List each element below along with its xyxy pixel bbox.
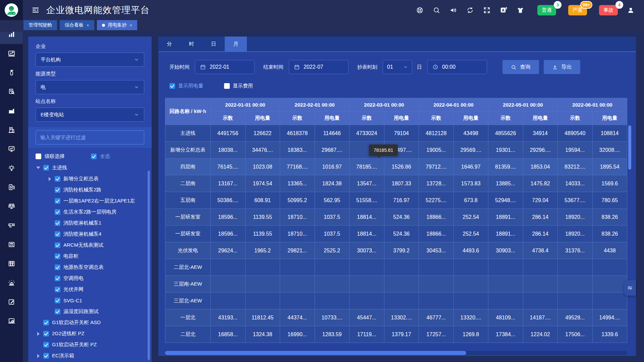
tree-scrollbar[interactable] [148,171,150,360]
tree-item[interactable]: 光伏并网 [36,284,144,295]
nav-tab-2[interactable]: 综合看板× [60,20,94,30]
tree-item[interactable]: 消防喷淋机械泵1 [36,218,144,229]
tree-item[interactable]: SVG-C1 [36,295,144,306]
table-row[interactable]: 五层南50386....608.9150995.2562.9551558....… [165,192,627,209]
refresh-icon[interactable] [466,6,474,14]
tree-checkbox[interactable] [55,298,60,303]
tree-item[interactable]: 空调用电 [36,273,144,284]
translate-icon[interactable] [500,6,507,14]
tree-item[interactable]: EC演示箱 [36,350,144,361]
alarm-badge-2[interactable]: 严重99+ [568,5,587,15]
table-row[interactable]: 一层研发室18596...1139.5518710...1037.518814.… [165,209,627,226]
sidebar-item-alarm-siren[interactable] [0,273,23,292]
display-checkbox-2[interactable] [224,83,230,89]
tree-item[interactable]: 消防喷淋机械泵4 [36,229,144,240]
tree-item[interactable]: 主进线 [36,162,144,173]
period-tab-时[interactable]: 时 [180,37,203,51]
table-row[interactable]: 二层南13167...1974.5413365...1824.3813547..… [165,175,627,192]
tree-checkbox[interactable] [43,353,49,359]
tree-checkbox[interactable] [55,231,60,237]
tree-checkbox[interactable] [55,209,60,215]
alarm-badge-3[interactable]: 事故4 [599,5,618,15]
display-checkbox-1[interactable] [169,83,175,89]
help-icon[interactable] [416,6,424,14]
select-all-checkbox[interactable] [91,154,97,159]
period-tab-日[interactable]: 日 [203,37,225,51]
caret-right-icon[interactable] [36,354,40,358]
sidebar-item-cctv-camera[interactable] [0,216,23,235]
tree-checkbox[interactable] [43,342,49,348]
sidebar-item-edit-note[interactable] [0,292,23,311]
nav-tab-3[interactable]: 用电集抄× [97,20,138,30]
tree-item[interactable]: G1软启动开关柜 ASD [36,317,144,328]
alarm-badge-1[interactable]: 普通3 [537,5,556,15]
tree-item[interactable]: 2G2进线柜 PZ [36,328,144,339]
station-select[interactable]: E楼变电站 [36,108,144,122]
user-icon[interactable] [627,6,635,14]
sidebar-item-meter-panel[interactable] [0,235,23,254]
tree-item[interactable]: 地源热泵空调总表 [36,262,144,273]
table-vertical-scrollbar[interactable] [628,125,631,170]
close-icon[interactable]: × [130,23,132,27]
end-time-input[interactable]: 2022-07 [289,60,348,74]
query-button[interactable]: 查询 [502,60,539,74]
tree-checkbox[interactable] [43,331,49,337]
table-row[interactable]: 光伏发电29624...1965.229821...2525.230073...… [165,242,627,259]
table-row[interactable]: 二层北16858...1324.3816990...1283.5917119..… [165,326,627,343]
table-row[interactable]: 一层北43193...11812.4544374...10733....4544… [165,309,627,326]
sidebar-item-factory[interactable] [0,101,23,120]
sidebar-item-inspection[interactable] [0,82,23,101]
tree-checkbox[interactable] [55,242,60,248]
tree-checkbox[interactable] [55,276,60,281]
tree-item[interactable]: 新增分立柜总表 [36,173,144,184]
table-row[interactable]: 主进线4491756126622461837811464647330247910… [165,125,627,142]
meter-clock-input[interactable]: 00:00 [427,60,487,74]
shirt-icon[interactable] [517,6,524,14]
period-tab-月[interactable]: 月 [225,37,247,51]
sidebar-item-building-medical[interactable] [0,120,23,139]
search-icon[interactable] [433,6,440,14]
caret-down-icon[interactable] [36,166,40,170]
tree-item[interactable]: 温湿度回路测试 [36,306,144,317]
caret-right-icon[interactable] [36,332,40,336]
meter-day-select[interactable]: 01 [383,60,412,74]
tree-checkbox[interactable] [55,220,60,226]
export-button[interactable]: 导出 [544,60,580,74]
table-row[interactable]: 一层研发室18596...1139.5518710...1037.518814.… [165,226,627,242]
sidebar-item-bulb[interactable] [0,159,23,178]
tree-checkbox[interactable] [55,309,60,314]
tree-checkbox[interactable] [55,253,60,259]
tree-checkbox[interactable] [55,187,60,193]
nav-tab-1[interactable]: 管理驾驶舱 [23,20,57,30]
enterprise-select[interactable]: 平台机构 [36,53,144,67]
tree-checkbox[interactable] [55,287,60,292]
sidebar-item-fire-extinguisher[interactable] [0,63,23,82]
horizontal-scroll-thumb[interactable] [165,351,466,355]
volume-icon[interactable] [449,6,457,14]
energy-type-select[interactable]: 电 [36,80,144,94]
table-row[interactable]: 三层北-AEW [165,293,627,309]
sidebar-item-trend-monitor[interactable] [0,44,23,63]
table-row[interactable]: 二层北-AEW [165,259,627,276]
tree-checkbox[interactable] [55,264,60,270]
cascade-checkbox[interactable] [36,154,41,159]
table-row[interactable]: 四层南76145....1023.0877168....1016.9778185… [165,159,627,175]
sidebar-item-archive-cabinet[interactable] [0,254,23,273]
close-icon[interactable]: × [87,23,89,27]
fullscreen-icon[interactable] [483,6,491,14]
tree-checkbox[interactable] [43,320,49,325]
tree-item[interactable]: 消防栓机械泵2路 [36,184,144,195]
sidebar-item-solar-panel[interactable] [0,197,23,216]
tree-item[interactable]: ARCM无线表测试 [36,240,144,251]
tree-checkbox[interactable] [55,198,60,204]
menu-collapse-icon[interactable] [32,6,40,14]
caret-right-icon[interactable] [48,177,52,181]
table-row[interactable]: 三层南-AEW [165,276,627,293]
tree-item[interactable]: 生活水泵2路一层弱电房 [36,206,144,218]
period-tab-分[interactable]: 分 [158,37,180,51]
tree-checkbox[interactable] [55,176,60,182]
sidebar-item-monitor-line[interactable] [0,139,23,159]
start-time-input[interactable]: 2022-01 [195,60,255,74]
tree-checkbox[interactable] [43,165,49,171]
tree-filter-input[interactable]: 输入关键字进行过滤 [36,130,144,144]
